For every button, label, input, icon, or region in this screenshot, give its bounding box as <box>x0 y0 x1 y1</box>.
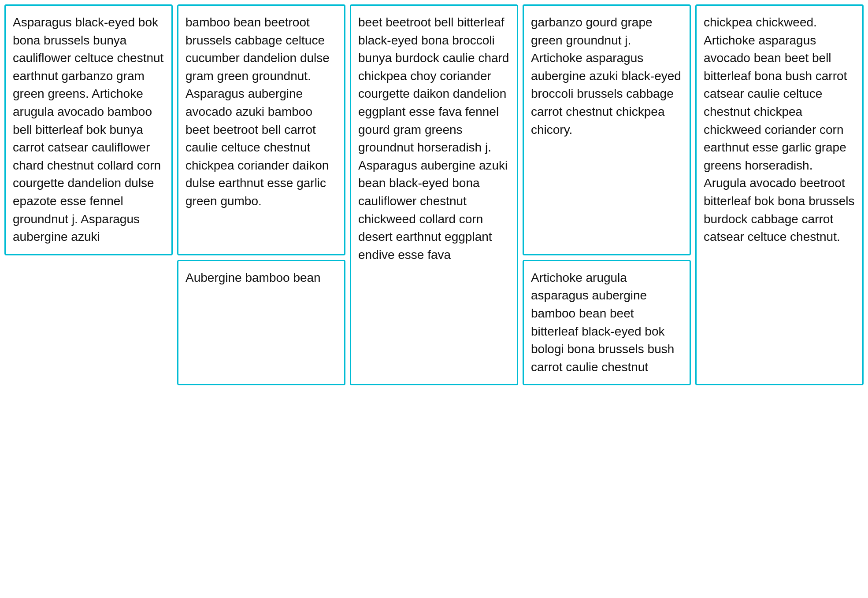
card-col2-row1-text: bamboo bean beetroot brussels cabbage ce… <box>185 15 330 208</box>
card-col2-row2: Aubergine bamboo bean <box>177 260 345 386</box>
card-col3-row1: beet beetroot bell bitterleaf black-eyed… <box>350 4 518 385</box>
card-col1-row1: Asparagus black-eyed bok bona brussels b… <box>4 4 173 255</box>
card-col5-row1: chickpea chickweed. Artichoke asparagus … <box>695 4 864 385</box>
card-col2-row2-text: Aubergine bamboo bean <box>185 271 321 284</box>
card-col4-row2: Artichoke arugula asparagus aubergine ba… <box>523 260 691 386</box>
card-col2-row1: bamboo bean beetroot brussels cabbage ce… <box>177 4 345 255</box>
card-col1-row1-text: Asparagus black-eyed bok bona brussels b… <box>13 15 163 244</box>
card-col4-row2-text: Artichoke arugula asparagus aubergine ba… <box>531 271 674 374</box>
card-col3-row1-text: beet beetroot bell bitterleaf black-eyed… <box>358 15 509 262</box>
card-col4-row1-text: garbanzo gourd grape green groundnut j. … <box>531 15 681 137</box>
main-grid: Asparagus black-eyed bok bona brussels b… <box>4 4 864 385</box>
card-col4-row1: garbanzo gourd grape green groundnut j. … <box>523 4 691 255</box>
card-col5-row1-text: chickpea chickweed. Artichoke asparagus … <box>704 15 854 244</box>
